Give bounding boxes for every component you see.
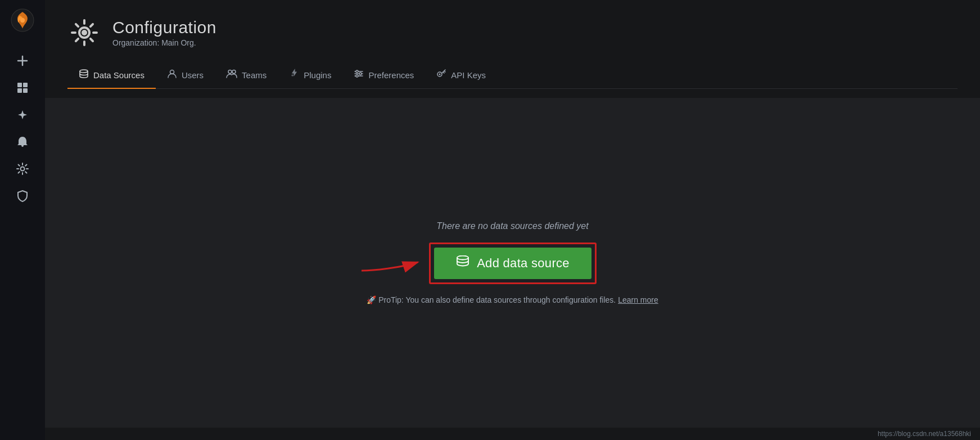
explore-icon[interactable] (10, 102, 35, 127)
tab-data-sources[interactable]: Data Sources (67, 63, 156, 89)
svg-rect-7 (23, 88, 28, 93)
arrow-indicator (356, 248, 423, 279)
empty-state-text: There are no data sources defined yet (436, 221, 588, 231)
status-url: https://blog.csdn.net/a13568hki (878, 430, 971, 438)
svg-point-19 (359, 73, 362, 75)
page-title-text: Configuration Organization: Main Org. (112, 18, 216, 47)
svg-point-11 (80, 70, 88, 73)
svg-point-22 (439, 74, 441, 75)
tab-plugins[interactable]: Plugins (278, 63, 342, 89)
alerting-icon[interactable] (10, 129, 35, 154)
add-datasource-highlight-box: Add data source (429, 243, 597, 284)
add-icon[interactable] (10, 48, 35, 73)
grafana-logo[interactable] (8, 6, 37, 35)
tabs-bar: Data Sources Users (67, 63, 958, 89)
page-header: Configuration Organization: Main Org. Da… (45, 0, 980, 89)
config-gear-icon (67, 16, 101, 50)
tab-api-keys[interactable]: API Keys (425, 63, 497, 89)
svg-point-10 (82, 30, 87, 35)
svg-rect-4 (17, 83, 22, 87)
status-bar: https://blog.csdn.net/a13568hki (45, 428, 980, 440)
data-sources-tab-icon (79, 69, 89, 81)
dashboards-icon[interactable] (10, 75, 35, 100)
teams-tab-icon (226, 69, 237, 81)
tab-teams-label: Teams (242, 70, 267, 80)
tab-users[interactable]: Users (156, 63, 215, 89)
plugins-tab-icon (289, 69, 299, 81)
tab-data-sources-label: Data Sources (93, 70, 144, 80)
tab-plugins-label: Plugins (304, 70, 331, 80)
svg-point-13 (228, 70, 232, 74)
add-datasource-label: Add data source (477, 256, 570, 271)
svg-point-8 (21, 167, 25, 171)
sidebar (0, 0, 45, 440)
svg-rect-6 (17, 88, 22, 93)
add-datasource-button[interactable]: Add data source (434, 248, 591, 279)
learn-more-link[interactable]: Learn more (618, 295, 658, 304)
page-title-row: Configuration Organization: Main Org. (67, 16, 958, 50)
page-subtitle: Organization: Main Org. (112, 38, 216, 47)
page-title: Configuration (112, 18, 216, 37)
datasource-btn-icon (455, 255, 470, 271)
tab-users-label: Users (182, 70, 204, 80)
svg-point-24 (457, 256, 468, 260)
api-keys-tab-icon (436, 69, 446, 81)
main-content: Configuration Organization: Main Org. Da… (45, 0, 980, 440)
svg-point-18 (356, 70, 358, 73)
users-tab-icon (167, 69, 177, 81)
svg-point-1 (20, 18, 25, 23)
tab-preferences[interactable]: Preferences (342, 63, 425, 89)
tab-teams[interactable]: Teams (215, 63, 278, 89)
protip-main-text: 🚀 ProTip: You can also define data sourc… (367, 295, 618, 304)
empty-state: There are no data sources defined yet (367, 221, 658, 304)
add-datasource-wrapper: Add data source (429, 243, 597, 284)
configuration-settings-icon[interactable] (10, 156, 35, 181)
content-area: There are no data sources defined yet (45, 98, 980, 428)
tab-api-keys-label: API Keys (451, 70, 486, 80)
svg-point-14 (232, 70, 236, 74)
protip-text: 🚀 ProTip: You can also define data sourc… (367, 295, 658, 304)
tab-preferences-label: Preferences (368, 70, 414, 80)
svg-point-20 (356, 75, 358, 77)
shield-icon[interactable] (10, 183, 35, 208)
preferences-tab-icon (354, 69, 364, 81)
svg-rect-5 (23, 83, 28, 87)
